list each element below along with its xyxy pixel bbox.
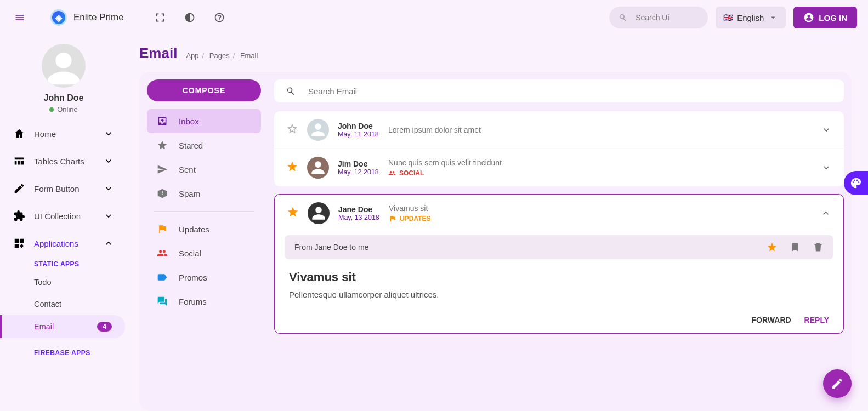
compose-fab[interactable] (823, 369, 852, 398)
search-icon (285, 85, 296, 96)
profile-block: John Doe Online (0, 44, 127, 120)
global-search[interactable] (609, 7, 708, 28)
avatar (307, 119, 329, 141)
label-social[interactable]: Social (147, 241, 261, 265)
chevron-down-icon (103, 128, 114, 139)
sub-header-firebase: FIREBASE APPS (0, 346, 127, 360)
theme-palette-fab[interactable] (844, 171, 868, 195)
chevron-up-icon (103, 238, 114, 249)
edit-icon (13, 182, 25, 195)
language-label: English (737, 13, 764, 22)
page-header: Email App/ Pages/ Email (139, 45, 852, 62)
help-button[interactable] (211, 9, 228, 26)
folder-sent[interactable]: Sent (147, 157, 261, 181)
spam-icon (157, 188, 168, 199)
email-badge: 4 (97, 322, 112, 332)
global-search-input[interactable] (634, 13, 684, 22)
subject: Nunc quis sem quis velit tincidunt (388, 158, 821, 167)
sidebar: John Doe Online Home Tables Charts Form … (0, 35, 127, 411)
profile-name: John Doe (0, 93, 127, 103)
chevron-down-icon (103, 156, 114, 167)
avatar[interactable] (42, 44, 86, 88)
chevron-down-icon (103, 210, 114, 221)
bookmark-icon[interactable] (790, 242, 801, 253)
widgets-icon (13, 237, 25, 249)
divider (154, 211, 254, 212)
sub-todo[interactable]: Todo (0, 271, 127, 293)
reply-button[interactable]: REPLY (804, 316, 829, 324)
compose-button[interactable]: COMPOSE (147, 79, 261, 101)
collapse-icon[interactable] (820, 208, 831, 219)
nav-ui[interactable]: UI Collection (0, 202, 127, 230)
star-icon (157, 140, 168, 151)
home-icon (13, 128, 25, 140)
sub-email[interactable]: Email 4 (0, 315, 125, 338)
theme-toggle[interactable] (181, 9, 198, 26)
logo[interactable]: ◈ Enlite Prime (50, 9, 124, 26)
label-promos[interactable]: Promos (147, 265, 261, 289)
language-selector[interactable]: 🇬🇧 English (716, 7, 786, 28)
message-header[interactable]: Jane Doe May, 13 2018 Vivamus sit UPDATE… (275, 195, 843, 232)
status-dot (49, 107, 54, 112)
star-toggle[interactable] (286, 123, 298, 138)
messages: John Doe May, 11 2018 Lorem ipsum dolor … (274, 111, 844, 186)
star-icon[interactable] (767, 242, 778, 253)
email-search[interactable] (274, 79, 844, 102)
star-toggle[interactable] (286, 161, 298, 175)
breadcrumb: App/ Pages/ Email (186, 52, 258, 60)
date: May, 11 2018 (338, 130, 385, 138)
nav-home[interactable]: Home (0, 120, 127, 147)
sub-contact[interactable]: Contact (0, 293, 127, 315)
folder-spam[interactable]: Spam (147, 181, 261, 206)
date: May, 12 2018 (338, 168, 385, 176)
reply-actions: FORWARD REPLY (275, 310, 843, 333)
trash-icon[interactable] (813, 242, 824, 253)
body-text: Pellentesque ullamcorper aliquet ultrice… (289, 290, 829, 299)
nav-applications[interactable]: Applications (0, 230, 127, 257)
chevron-down-icon (103, 183, 114, 194)
folder-inbox[interactable]: Inbox (147, 109, 261, 133)
page-title: Email (139, 45, 177, 62)
from-line: From Jane Doe to me (294, 243, 368, 252)
label-forums[interactable]: Forums (147, 289, 261, 313)
login-label: LOG IN (819, 13, 847, 22)
people-icon (157, 248, 168, 259)
from: John Doe (338, 122, 385, 130)
expand-icon[interactable] (821, 124, 832, 135)
label-updates[interactable]: Updates (147, 217, 261, 241)
from: Jim Doe (338, 159, 385, 168)
message-row[interactable]: John Doe May, 11 2018 Lorem ipsum dolor … (274, 111, 844, 149)
subject: Lorem ipsum dolor sit amet (388, 125, 821, 134)
star-toggle[interactable] (287, 206, 299, 221)
date: May, 13 2018 (338, 214, 385, 221)
tag-social: SOCIAL (388, 169, 821, 177)
inbox-icon (157, 116, 168, 127)
menu-toggle[interactable] (11, 9, 29, 26)
from: Jane Doe (338, 205, 385, 214)
flag-icon: 🇬🇧 (723, 13, 733, 22)
tag-updates: UPDATES (389, 215, 820, 222)
fullscreen-button[interactable] (151, 9, 169, 26)
opened-message: Jane Doe May, 13 2018 Vivamus sit UPDATE… (274, 194, 844, 334)
nav-tables[interactable]: Tables Charts (0, 147, 127, 175)
email-search-input[interactable] (307, 86, 833, 96)
folder-stared[interactable]: Stared (147, 133, 261, 157)
avatar (307, 157, 329, 179)
message-action-bar: From Jane Doe to me (285, 235, 833, 259)
expand-icon[interactable] (821, 162, 832, 173)
subject: Vivamus sit (389, 204, 820, 213)
message-row[interactable]: Jim Doe May, 12 2018 Nunc quis sem quis … (274, 149, 844, 186)
body-title: Vivamus sit (289, 270, 829, 284)
forward-button[interactable]: FORWARD (752, 316, 791, 324)
email-list: John Doe May, 11 2018 Lorem ipsum dolor … (274, 79, 844, 403)
chevron-down-icon (768, 13, 778, 22)
profile-status: Online (0, 105, 127, 113)
search-icon (618, 13, 628, 22)
account-icon (803, 12, 814, 23)
logo-icon: ◈ (50, 9, 67, 26)
email-nav: COMPOSE Inbox Stared Sent Spam Updates S… (147, 79, 261, 403)
avatar (308, 202, 330, 224)
table-icon (13, 155, 25, 167)
nav-form[interactable]: Form Button (0, 175, 127, 202)
login-button[interactable]: LOG IN (793, 7, 857, 28)
